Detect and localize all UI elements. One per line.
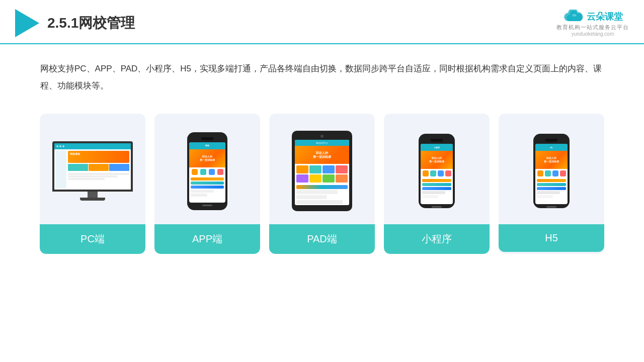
card-mini: 小程序 职达人的第一堂训练课: [384, 114, 490, 254]
card-app-image: 网校 职达人的第一堂训练课: [154, 114, 260, 224]
tablet-pad-icon: 网校管理平台 职达人的第一堂训练课: [292, 131, 352, 211]
header-right: 云朵课堂 教育机构一站式服务云平台 yunduoketang.com: [556, 10, 629, 37]
card-app-label: APP端: [154, 224, 260, 254]
header-left: 2.5.1网校管理: [15, 9, 135, 37]
phone-h5-icon: H5 职达人的第一堂训练课: [533, 134, 570, 208]
phone-app-icon: 网校 职达人的第一堂训练课: [187, 132, 227, 210]
card-h5: H5 职达人的第一堂训练课: [499, 114, 604, 254]
card-pad-label: PAD端: [269, 224, 375, 254]
header: 2.5.1网校管理 云朵课堂 教育机构一站式服务云平台 yunduoketang…: [0, 0, 644, 44]
svg-point-0: [572, 14, 576, 17]
card-pc-image: 网校课程: [40, 114, 145, 224]
brand-url: yunduoketang.com: [572, 31, 614, 37]
cloud-logo: 云朵课堂: [562, 10, 623, 24]
pc-monitor-icon: 网校课程: [52, 141, 133, 201]
description: 网校支持PC、APP、PAD、小程序、H5，实现多端打通，产品各终端自由切换，数…: [0, 44, 644, 100]
page-title: 2.5.1网校管理: [47, 14, 135, 33]
card-pad: 网校管理平台 职达人的第一堂训练课: [269, 114, 375, 254]
card-pad-image: 网校管理平台 职达人的第一堂训练课: [269, 114, 375, 224]
cards-container: 网校课程: [0, 100, 644, 269]
card-mini-label: 小程序: [384, 224, 490, 254]
logo-triangle-icon: [15, 9, 39, 37]
card-app: 网校 职达人的第一堂训练课: [154, 114, 260, 254]
card-pc: 网校课程: [40, 114, 145, 254]
brand-tagline: 教育机构一站式服务云平台: [556, 24, 629, 31]
card-h5-label: H5: [499, 224, 604, 252]
card-pc-label: PC端: [40, 224, 145, 254]
phone-mini-icon: 小程序 职达人的第一堂训练课: [419, 134, 455, 208]
description-text: 网校支持PC、APP、PAD、小程序、H5，实现多端打通，产品各终端自由切换，数…: [40, 60, 604, 95]
card-h5-image: H5 职达人的第一堂训练课: [499, 114, 604, 224]
card-mini-image: 小程序 职达人的第一堂训练课: [384, 114, 490, 224]
cloud-icon: [562, 10, 584, 24]
brand-name: 云朵课堂: [587, 11, 623, 23]
